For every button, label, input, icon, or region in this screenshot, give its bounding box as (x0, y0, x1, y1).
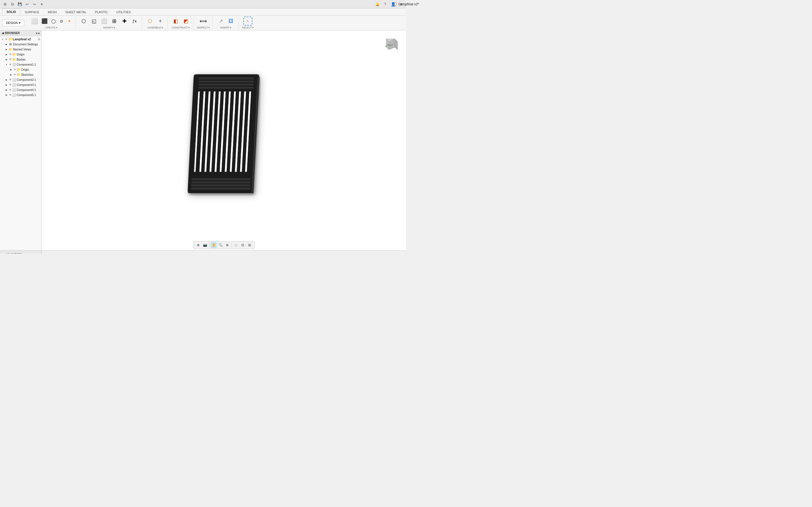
component2-visibility-icon[interactable]: 👁 (8, 78, 12, 81)
measure-icon[interactable]: ⟺ (199, 17, 208, 25)
component5-expander[interactable]: ▶ (4, 93, 8, 97)
create-label[interactable]: CREATE ▾ (45, 26, 57, 29)
browser-more-icon[interactable]: ▸ (38, 32, 40, 35)
display-mode-icon[interactable]: □ (233, 242, 239, 248)
tree-item-origin[interactable]: ▶ 👁 📁 Origin (0, 52, 42, 57)
redo-button[interactable]: ↪ (32, 1, 37, 7)
tree-item-component3[interactable]: ▶ 👁 ⬜ Component3:1 (0, 82, 42, 87)
pan-icon[interactable]: ✋ (211, 242, 217, 248)
hole-icon[interactable]: ⊙ (58, 18, 65, 24)
tree-item-component2[interactable]: ▶ 👁 ⬜ Component2:1 (0, 77, 42, 82)
component4-visibility-icon[interactable]: 👁 (8, 88, 12, 92)
move-icon[interactable]: ✚ (120, 17, 129, 25)
tree-root-item[interactable]: ▾ 👁 📁 Lampfinal v2 ⚙ (0, 37, 42, 42)
create-sketch-icon[interactable]: ⬜ (30, 17, 39, 25)
tab-plastic[interactable]: PLASTIC (91, 9, 112, 15)
axis-icon[interactable]: ◩ (181, 17, 190, 25)
notification-icon[interactable]: 🔔 (374, 1, 380, 7)
app-menu-icon[interactable]: ⊞ (2, 1, 8, 7)
extrude-icon[interactable]: ⬛ (40, 17, 49, 25)
component1-expander[interactable]: ▾ (4, 62, 8, 66)
tab-sheet-metal[interactable]: SHEET METAL (61, 9, 90, 15)
view-cube-svg[interactable]: RIGHT (380, 33, 400, 52)
comments-more-icon[interactable]: ▸ (38, 253, 40, 253)
browser-tree: ▾ 👁 📁 Lampfinal v2 ⚙ ▶ ⚙ Document Settin… (0, 36, 42, 250)
new-component-icon[interactable]: ⬡ (146, 17, 154, 25)
tree-item-component5[interactable]: ▶ 👁 ⬜ Component5:1 (0, 93, 42, 98)
bodies-expander[interactable]: ▶ (4, 57, 8, 61)
comp1-origin-expander[interactable]: ▶ (9, 68, 13, 71)
construct-label[interactable]: CONSTRUCT ▾ (172, 26, 190, 29)
more-actions-button[interactable]: ▾ (39, 1, 45, 7)
tab-solid[interactable]: SOLID (2, 8, 20, 15)
help-icon[interactable]: ? (382, 1, 388, 7)
named-views-expander[interactable]: ▶ (4, 47, 8, 51)
viewport[interactable]: RIGHT (42, 31, 406, 250)
select-icon[interactable]: ↖ (243, 17, 252, 25)
tree-item-component1-origin[interactable]: ▶ 👁 📁 Origin (0, 67, 42, 72)
select-label[interactable]: SELECT ▾ (242, 26, 254, 29)
tree-item-component1-sketches[interactable]: ▶ 👁 📁 Sketches (0, 72, 42, 77)
assemble-chevron-icon: ▾ (161, 26, 163, 29)
press-pull-icon[interactable]: ⬡ (79, 17, 88, 25)
component5-visibility-icon[interactable]: 👁 (8, 93, 12, 97)
component1-visibility-icon[interactable]: 👁 (8, 63, 12, 66)
tab-surface[interactable]: SURFACE (21, 9, 43, 15)
tab-utilities[interactable]: UTILITIES (112, 9, 135, 15)
doc-settings-expander[interactable]: ▶ (4, 42, 8, 46)
component2-expander[interactable]: ▶ (4, 78, 8, 82)
zoom-window-icon[interactable]: ⊕ (224, 242, 231, 248)
camera-icon[interactable]: 📷 (202, 242, 208, 248)
zoom-icon[interactable]: 🔍 (217, 242, 223, 248)
insert-image-icon[interactable]: 🖼 (226, 17, 236, 25)
comments-pin-icon[interactable]: ● (36, 253, 38, 253)
design-dropdown-button[interactable]: DESIGN ▾ (2, 20, 24, 26)
tree-item-document-settings[interactable]: ▶ ⚙ Document Settings (0, 42, 42, 47)
component3-expander[interactable]: ▶ (4, 83, 8, 87)
pattern-icon[interactable]: ✦ (66, 18, 73, 24)
shell-icon[interactable]: ⬜ (100, 17, 109, 25)
joint-icon[interactable]: ✦ (156, 17, 165, 25)
component4-expander[interactable]: ▶ (4, 88, 8, 92)
insert-label[interactable]: INSERT ▾ (220, 26, 232, 29)
snap-icon[interactable]: ⊕ (195, 242, 201, 248)
comments-label: COMMENTS (6, 253, 22, 253)
undo-button[interactable]: ↩ (24, 1, 30, 7)
insert-icons: ↗ 🖼 (216, 17, 236, 25)
plane-icon[interactable]: ◧ (171, 17, 180, 25)
root-expander[interactable]: ▾ (1, 37, 4, 41)
root-visibility-icon[interactable]: 👁 (4, 38, 8, 41)
comp1-sketches-expander[interactable]: ▶ (9, 73, 13, 76)
save-button[interactable]: 💾 (17, 1, 22, 7)
tree-item-component1[interactable]: ▾ 👁 ⬜ Component1:1 (0, 62, 42, 67)
origin-expander[interactable]: ▶ (4, 52, 8, 56)
scale-icon[interactable]: ⊞ (110, 17, 119, 25)
root-settings-icon[interactable]: ⚙ (38, 38, 40, 41)
origin-visibility-icon[interactable]: 👁 (8, 53, 12, 56)
tree-item-component4[interactable]: ▶ 👁 ⬜ Component4:1 (0, 87, 42, 93)
inspect-label[interactable]: INSPECT ▾ (197, 26, 210, 29)
comp1-origin-visibility-icon[interactable]: 👁 (13, 68, 16, 71)
comments-expand-icon[interactable]: ▲ (2, 253, 4, 253)
ribbon-group-inspect: ⟺ INSPECT ▾ (194, 17, 213, 29)
view-cube[interactable]: RIGHT (380, 33, 403, 53)
tree-item-named-views[interactable]: ▶ 📁 Named Views (0, 47, 42, 52)
app-grid-icon[interactable]: ⊟ (10, 1, 15, 7)
select-icons: ↖ (243, 17, 252, 25)
browser-pin-icon[interactable]: ● (36, 32, 38, 35)
tab-mesh[interactable]: MESH (44, 9, 61, 15)
insert-derive-icon[interactable]: ↗ (216, 17, 225, 25)
visual-style-icon[interactable]: ⊟ (240, 242, 246, 248)
fillet-icon[interactable]: ◱ (89, 17, 98, 25)
comp1-sketches-visibility-icon[interactable]: 👁 (13, 73, 16, 76)
modify-label[interactable]: MODIFY ▾ (103, 26, 115, 29)
tree-item-bodies[interactable]: ▶ 👁 📁 Bodies (0, 57, 42, 62)
revolve-icon[interactable]: ◯ (50, 18, 57, 24)
grid-icon[interactable]: ⊞ (246, 242, 253, 248)
assemble-label[interactable]: ASSEMBLE ▾ (147, 26, 163, 29)
browser-collapse-icon[interactable]: ◀ (2, 32, 4, 35)
formula-icon[interactable]: ƒx (130, 17, 139, 25)
bodies-visibility-icon[interactable]: 👁 (8, 58, 12, 61)
comments-header-left: ▲ COMMENTS (2, 253, 22, 253)
component3-visibility-icon[interactable]: 👁 (8, 83, 12, 87)
